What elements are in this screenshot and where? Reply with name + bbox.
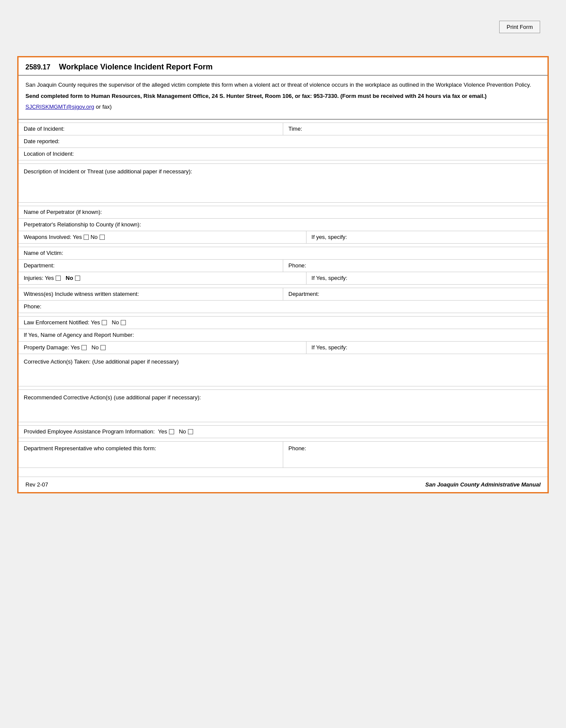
dept-rep-phone-label: Phone: xyxy=(288,445,306,452)
witness-cell: Witness(es) Include witness written stat… xyxy=(19,288,283,300)
location-cell: Location of Incident: xyxy=(19,148,547,160)
location-row: Location of Incident: xyxy=(19,148,547,160)
perpetrator-relationship-label: Perpetrator's Relationship to County (if… xyxy=(24,221,141,228)
department-label: Department: xyxy=(24,262,55,269)
date-reported-label: Date reported: xyxy=(24,138,59,144)
law-no-box[interactable] xyxy=(121,320,126,325)
weapons-yes-checkbox[interactable] xyxy=(84,235,89,240)
agency-report-label: If Yes, Name of Agency and Report Number… xyxy=(24,332,134,338)
property-damage-label: Property Damage: Yes xyxy=(24,344,80,351)
spacer-8 xyxy=(19,422,547,426)
location-label: Location of Incident: xyxy=(24,151,74,157)
weapons-no-box[interactable] xyxy=(100,235,105,240)
victim-name-label: Name of Victim: xyxy=(24,250,63,256)
weapons-row: Weapons Involved: Yes No If yes, specify… xyxy=(19,231,547,244)
weapons-label: Weapons Involved: Yes xyxy=(24,234,82,240)
law-yes-checkbox[interactable] xyxy=(102,320,107,325)
employee-assistance-label: Provided Employee Assistance Program Inf… xyxy=(24,428,155,435)
spacer-2 xyxy=(19,160,547,164)
law-enforcement-cell: Law Enforcement Notified: Yes No xyxy=(19,317,547,329)
weapons-specify-cell: If yes, specify: xyxy=(306,231,547,243)
property-damage-row: Property Damage: Yes No If Yes, specify: xyxy=(19,342,547,354)
spacer-5 xyxy=(19,285,547,288)
weapons-yes-box[interactable] xyxy=(84,235,89,240)
witness-phone-label: Phone: xyxy=(24,303,41,310)
law-yes-box[interactable] xyxy=(102,320,107,325)
time-cell: Time: xyxy=(283,123,547,135)
property-damage-no-label: No xyxy=(88,344,99,351)
injuries-label: Injuries: Yes xyxy=(24,275,54,281)
email-link[interactable]: SJCRISKMGMT@sjgov.org xyxy=(25,104,94,110)
corrective-action-label: Corrective Action(s) Taken: (Use additio… xyxy=(24,358,179,365)
property-yes-checkbox[interactable] xyxy=(81,345,87,350)
law-enforcement-row: Law Enforcement Notified: Yes No xyxy=(19,317,547,329)
eap-no-box[interactable] xyxy=(188,429,193,434)
witness-dept-label: Department: xyxy=(288,291,319,297)
employee-assistance-no: No xyxy=(179,428,186,435)
time-label: Time: xyxy=(288,126,302,132)
weapons-no-checkbox[interactable] xyxy=(100,235,105,240)
witness-label: Witness(es) Include witness written stat… xyxy=(24,291,139,297)
property-no-box[interactable] xyxy=(100,345,106,350)
footer-revision: Rev 2-07 xyxy=(25,481,48,488)
intro-email-line: SJCRISKMGMT@sjgov.org or fax) xyxy=(25,103,541,111)
injuries-yes-box[interactable] xyxy=(56,276,61,281)
law-enforcement-label: Law Enforcement Notified: Yes xyxy=(24,319,100,326)
perpetrator-name-cell: Name of Perpetrator (if known): xyxy=(19,206,547,218)
property-specify-label: If Yes, specify: xyxy=(312,344,347,351)
description-area: Description of Incident or Threat (use a… xyxy=(19,164,547,203)
law-enforcement-no-label: No xyxy=(109,319,119,326)
date-of-incident-label: Date of Incident: xyxy=(24,126,65,132)
eap-yes-box[interactable] xyxy=(169,429,174,434)
victim-name-cell: Name of Victim: xyxy=(19,247,547,259)
agency-report-cell: If Yes, Name of Agency and Report Number… xyxy=(19,329,547,341)
date-reported-cell: Date reported: xyxy=(19,135,547,147)
property-no-checkbox[interactable] xyxy=(100,345,106,350)
footer-manual: San Joaquin County Administrative Manual xyxy=(425,481,541,488)
form-container: 2589.17 Workplace Violence Incident Repo… xyxy=(17,56,549,493)
weapons-no-label: No xyxy=(91,234,98,240)
perpetrator-name-label: Name of Perpetrator (if known): xyxy=(24,209,102,215)
witness-dept-cell: Department: xyxy=(283,288,547,300)
intro-paragraph: San Joaquin County requires the supervis… xyxy=(25,81,541,89)
injuries-cell: Injuries: Yes No xyxy=(19,272,306,284)
phone-label: Phone: xyxy=(288,262,306,269)
employee-assistance-cell: Provided Employee Assistance Program Inf… xyxy=(19,426,547,438)
recommended-corrective-area: Recommended Corrective Action(s) (use ad… xyxy=(19,390,547,422)
eap-no-checkbox[interactable] xyxy=(188,429,193,434)
spacer-7 xyxy=(19,386,547,390)
injuries-specify-label: If Yes, specify: xyxy=(312,275,347,281)
form-title-row: 2589.17 Workplace Violence Incident Repo… xyxy=(19,57,547,75)
eap-yes-checkbox[interactable] xyxy=(169,429,174,434)
employee-assistance-yes: Yes xyxy=(158,428,167,435)
victim-name-row: Name of Victim: xyxy=(19,247,547,260)
dept-rep-cell: Department Representative who completed … xyxy=(19,442,283,468)
dept-phone-row: Department: Phone: xyxy=(19,260,547,272)
injuries-no-checkbox[interactable] xyxy=(75,276,80,281)
injuries-yes-checkbox[interactable] xyxy=(56,276,61,281)
agency-report-row: If Yes, Name of Agency and Report Number… xyxy=(19,329,547,342)
witness-row: Witness(es) Include witness written stat… xyxy=(19,288,547,301)
injuries-specify-cell: If Yes, specify: xyxy=(306,272,547,284)
description-label: Description of Incident or Threat (use a… xyxy=(24,168,192,175)
witness-phone-row: Phone: xyxy=(19,301,547,313)
date-reported-row: Date reported: xyxy=(19,135,547,148)
spacer-1 xyxy=(19,119,547,123)
recommended-corrective-label: Recommended Corrective Action(s) (use ad… xyxy=(24,394,201,401)
spacer-9 xyxy=(19,438,547,442)
spacer-4 xyxy=(19,244,547,247)
form-title: Workplace Violence Incident Report Form xyxy=(59,63,213,72)
form-number: 2589.17 xyxy=(25,63,50,71)
bottom-spacer xyxy=(19,468,547,477)
weapons-cell: Weapons Involved: Yes No xyxy=(19,231,306,243)
print-form-button[interactable]: Print Form xyxy=(499,21,540,33)
weapons-specify-label: If yes, specify: xyxy=(312,234,347,240)
date-time-row: Date of Incident: Time: xyxy=(19,123,547,135)
dept-rep-phone-cell: Phone: xyxy=(283,442,547,468)
injuries-no-box[interactable] xyxy=(75,276,80,281)
spacer-3 xyxy=(19,203,547,206)
law-no-checkbox[interactable] xyxy=(121,320,126,325)
phone-cell: Phone: xyxy=(283,260,547,272)
property-yes-box[interactable] xyxy=(81,345,87,350)
perpetrator-relationship-cell: Perpetrator's Relationship to County (if… xyxy=(19,219,547,231)
